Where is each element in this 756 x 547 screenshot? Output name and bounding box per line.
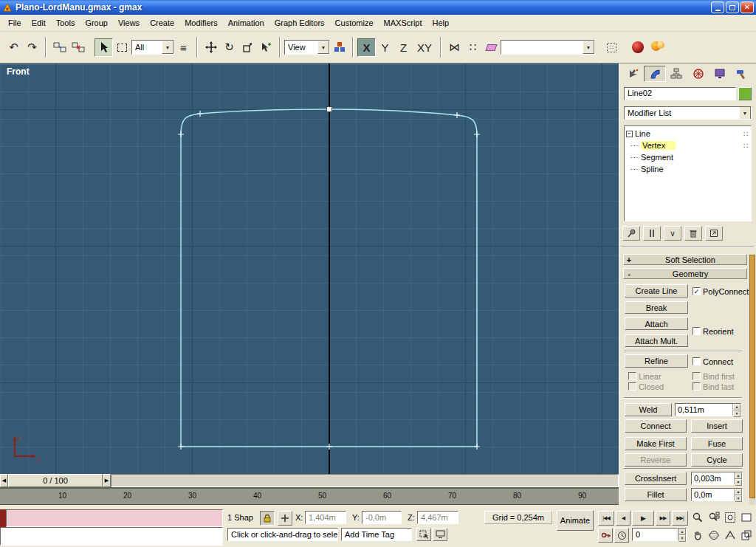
go-to-start-button[interactable]: |◀◀: [598, 511, 614, 526]
time-configuration-button[interactable]: [614, 528, 629, 543]
menu-item-help[interactable]: Help: [427, 16, 455, 30]
panel-scrollbar[interactable]: [749, 255, 755, 506]
menu-item-group[interactable]: Group: [80, 16, 113, 30]
absolute-offset-mode-button[interactable]: [278, 511, 292, 526]
menu-item-create[interactable]: Create: [145, 16, 179, 30]
current-time-field[interactable]: 0: [632, 528, 678, 541]
attach-button[interactable]: Attach: [625, 317, 688, 330]
reorient-checkbox[interactable]: Reorient: [693, 326, 734, 336]
selection-filter-dropdown[interactable]: All ▼: [131, 40, 174, 55]
zoom-button[interactable]: [690, 509, 706, 526]
menu-item-views[interactable]: Views: [113, 16, 145, 30]
tab-utilities[interactable]: [731, 66, 752, 82]
field-of-view-button[interactable]: [722, 526, 738, 544]
stack-item-segment[interactable]: Segment: [626, 151, 749, 163]
spin-up-icon[interactable]: ▲: [735, 489, 742, 495]
align-button[interactable]: [482, 38, 501, 57]
fillet-button[interactable]: Fillet: [625, 488, 687, 501]
z-coordinate-field[interactable]: 4,467m: [417, 511, 458, 524]
spin-down-icon[interactable]: ▼: [678, 535, 686, 542]
crossinsert-spinner[interactable]: 0,003m ▲▼: [691, 472, 743, 485]
grid-size-display[interactable]: Grid = 0,254m: [484, 511, 552, 524]
object-color-swatch[interactable]: [738, 87, 752, 100]
spin-down-icon[interactable]: ▼: [735, 479, 742, 486]
menu-item-tools[interactable]: Tools: [51, 16, 80, 30]
time-slider-left-arrow[interactable]: ◀: [0, 474, 8, 487]
array-button[interactable]: ∷: [464, 38, 482, 57]
undo-button[interactable]: ↶: [4, 38, 23, 57]
schematic-view-button[interactable]: ∷: [602, 38, 621, 57]
scrollbar-thumb[interactable]: [749, 255, 755, 498]
spin-down-icon[interactable]: ▼: [735, 495, 742, 502]
restrict-xy-plane-button[interactable]: XY: [413, 38, 436, 57]
previous-frame-button[interactable]: ◀: [616, 511, 630, 526]
bind-first-checkbox[interactable]: Bind first: [693, 371, 735, 381]
closed-checkbox[interactable]: Closed: [628, 382, 664, 391]
crossinsert-button[interactable]: CrossInsert: [625, 472, 687, 485]
tab-motion[interactable]: [687, 66, 709, 82]
redo-button[interactable]: ↷: [23, 38, 41, 57]
weld-button[interactable]: Weld: [625, 403, 672, 416]
menu-item-edit[interactable]: Edit: [27, 16, 51, 30]
front-viewport[interactable]: Front x y: [0, 63, 619, 474]
degradation-override-button[interactable]: [433, 528, 447, 541]
select-and-move-button[interactable]: [202, 38, 220, 57]
pin-stack-button[interactable]: [622, 226, 640, 241]
animate-button[interactable]: Animate: [557, 510, 594, 531]
maximize-button[interactable]: [726, 1, 739, 13]
time-slider-right-arrow[interactable]: ▶: [103, 474, 111, 487]
fuse-button[interactable]: Fuse: [691, 437, 743, 450]
maxscript-listener-field[interactable]: [0, 527, 223, 546]
show-end-result-button[interactable]: [643, 226, 661, 241]
select-and-scale-button[interactable]: [238, 38, 257, 57]
attach-mult-button[interactable]: Attach Mult.: [625, 334, 688, 347]
stack-item-spline[interactable]: Spline: [626, 163, 749, 175]
collapse-icon[interactable]: −: [626, 131, 633, 137]
cycle-button[interactable]: Cycle: [691, 453, 743, 467]
min-max-toggle-button[interactable]: [738, 526, 755, 544]
menu-item-customize[interactable]: Customize: [330, 16, 379, 30]
x-coordinate-field[interactable]: 1,404m: [305, 511, 346, 524]
y-coordinate-field[interactable]: -0,0m: [362, 511, 402, 524]
soft-selection-rollout[interactable]: + Soft Selection: [623, 254, 747, 265]
spin-up-icon[interactable]: ▲: [678, 529, 686, 535]
select-and-rotate-button[interactable]: ↻: [220, 38, 238, 57]
tab-modify[interactable]: [644, 66, 665, 82]
use-pivot-center-button[interactable]: [330, 38, 348, 57]
make-first-button[interactable]: Make First: [625, 437, 687, 450]
create-line-button[interactable]: Create Line: [625, 284, 688, 297]
region-zoom-button[interactable]: [738, 509, 755, 526]
linear-checkbox[interactable]: Linear: [628, 371, 662, 381]
insert-button[interactable]: Insert: [691, 419, 743, 433]
track-bar[interactable]: 102030405060708090: [0, 487, 619, 505]
maxscript-listener-macro-field[interactable]: [6, 509, 223, 527]
window-crossing-toggle-button[interactable]: [416, 528, 431, 541]
stack-item-vertex[interactable]: Vertex ∷: [626, 140, 749, 151]
pan-button[interactable]: [690, 526, 706, 544]
tab-create[interactable]: [622, 66, 644, 82]
spin-up-icon[interactable]: ▲: [733, 404, 740, 410]
geometry-rollout[interactable]: - Geometry: [623, 268, 747, 279]
stack-item-line[interactable]: − Line ∷: [626, 128, 749, 140]
polyconnect-checkbox[interactable]: ✓PolyConnect: [693, 286, 749, 296]
time-slider-handle[interactable]: 0 / 100: [8, 474, 103, 487]
spinner-arrows[interactable]: ▲▼: [734, 489, 742, 500]
select-by-name-button[interactable]: ≡: [174, 38, 193, 57]
restrict-z-button[interactable]: Z: [394, 38, 413, 57]
minimize-button[interactable]: [711, 1, 724, 13]
menu-item-maxscript[interactable]: MAXScript: [379, 16, 427, 30]
time-slider-track[interactable]: [111, 474, 619, 487]
arc-rotate-button[interactable]: [706, 526, 722, 544]
material-editor-button[interactable]: [628, 38, 647, 57]
menu-item-modifiers[interactable]: Modifiers: [179, 16, 223, 30]
spinner-arrows[interactable]: ▲▼: [734, 472, 742, 484]
play-animation-button[interactable]: ▶: [632, 511, 654, 526]
connect-button[interactable]: Connect: [625, 419, 687, 433]
tab-display[interactable]: [709, 66, 730, 82]
spinner-arrows[interactable]: ▲▼: [678, 529, 686, 540]
restrict-x-button[interactable]: X: [357, 38, 376, 57]
viewport-label[interactable]: Front: [7, 66, 30, 77]
menu-item-file[interactable]: File: [3, 16, 27, 30]
restrict-y-button[interactable]: Y: [376, 38, 394, 57]
reverse-button[interactable]: Reverse: [625, 453, 687, 467]
